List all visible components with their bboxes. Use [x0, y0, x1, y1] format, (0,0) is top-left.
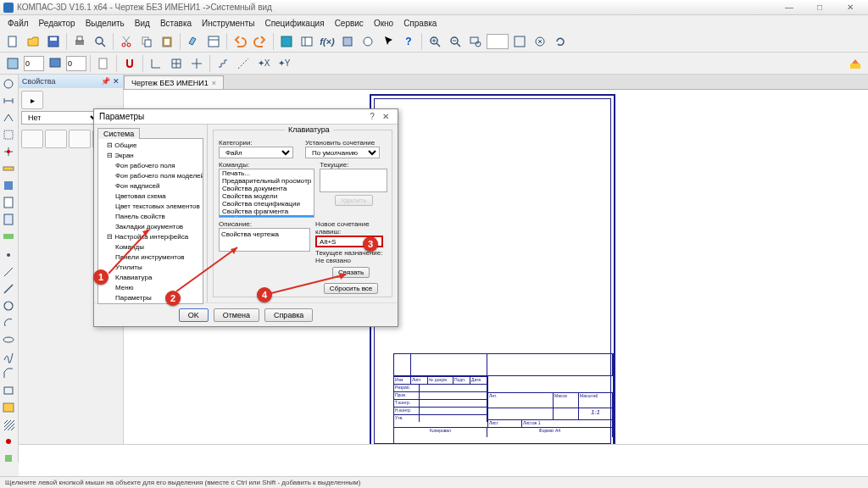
views-icon[interactable] [359, 32, 377, 51]
command-item[interactable]: Свойства чертежа [220, 215, 314, 218]
geometry-icon[interactable] [0, 76, 17, 92]
new-icon[interactable] [3, 32, 22, 51]
dialog-help-icon[interactable]: ? [365, 112, 379, 121]
edit-icon[interactable] [0, 127, 17, 142]
command-item[interactable]: Свойства документа [220, 185, 314, 192]
menu-tools[interactable]: Инструменты [198, 17, 259, 30]
tree-node[interactable]: Панель свойств [100, 212, 201, 222]
grid-icon[interactable] [167, 54, 186, 73]
color-icon[interactable] [846, 54, 865, 73]
menu-spec[interactable]: Спецификация [260, 17, 328, 30]
menu-service[interactable]: Сервис [331, 17, 368, 30]
select-tool-icon[interactable] [0, 178, 17, 193]
point-icon[interactable] [0, 247, 17, 263]
tree-node[interactable]: Цвет текстовых элементов [100, 202, 201, 212]
pb2[interactable] [45, 130, 67, 148]
undo-icon[interactable] [231, 32, 249, 51]
tree-node[interactable]: Фон рабочего поля [100, 161, 201, 171]
sheet-icon[interactable] [94, 54, 113, 73]
minimize-button[interactable]: — [775, 2, 804, 14]
tree-node[interactable]: Параметры [100, 293, 201, 303]
command-item[interactable]: Печать... [220, 169, 314, 177]
spec-tool-icon[interactable] [0, 195, 17, 210]
circle-tool-icon[interactable] [0, 298, 17, 313]
category-select[interactable]: Файл [219, 147, 293, 158]
ortho-icon[interactable] [147, 54, 165, 73]
tree-node[interactable]: Цветовая схема [100, 191, 201, 202]
print-icon[interactable] [70, 32, 89, 51]
set-combo-select[interactable]: По умолчанию [305, 147, 380, 158]
menu-edit[interactable]: Редактор [35, 17, 80, 30]
extra2-icon[interactable] [0, 451, 17, 466]
tree-node[interactable]: Фон надписей [100, 181, 201, 191]
redo-icon[interactable] [251, 32, 270, 51]
step-input[interactable] [24, 56, 44, 71]
command-item[interactable]: Свойства модели [220, 192, 314, 200]
tree-node[interactable]: Фон рабочего поля моделей [100, 171, 201, 181]
document-tab[interactable]: Чертеж БЕЗ ИМЕНИ1 × [124, 75, 224, 89]
pin-icon[interactable]: 📌 [101, 77, 110, 86]
panel-arrow-icon[interactable]: ▸ [21, 91, 43, 109]
pb3[interactable] [69, 130, 91, 148]
report-icon[interactable] [0, 212, 17, 227]
properties-dropdown[interactable]: Нет [21, 111, 102, 125]
zoom-prev-icon[interactable] [531, 32, 549, 51]
paste-icon[interactable] [158, 32, 176, 51]
coords-y-icon[interactable]: ✦Y [275, 54, 293, 73]
tree-node[interactable]: Размер значков [100, 303, 201, 304]
variables-icon[interactable] [298, 32, 316, 51]
cursor-icon[interactable] [379, 32, 398, 51]
manager-icon[interactable] [277, 32, 296, 51]
dimension-icon[interactable] [0, 93, 17, 108]
close-button[interactable]: ✕ [836, 2, 865, 14]
properties-icon[interactable] [204, 32, 223, 51]
tree-node[interactable]: ⊟ Общие [100, 141, 201, 151]
cancel-button[interactable]: Отмена [214, 308, 259, 322]
layer-icon[interactable] [46, 54, 64, 73]
delete-button[interactable]: Удалить [335, 195, 373, 206]
dialog-titlebar[interactable]: Параметры ? ✕ [94, 109, 398, 125]
segment-icon[interactable] [0, 281, 17, 297]
notation-icon[interactable] [0, 110, 17, 125]
system-tab[interactable]: Система [97, 128, 140, 139]
fx-icon[interactable]: f(×) [318, 32, 337, 51]
menu-view[interactable]: Вид [131, 17, 154, 30]
trace-icon[interactable] [214, 54, 232, 73]
spline-icon[interactable] [0, 349, 17, 364]
copy-icon[interactable] [137, 32, 156, 51]
chamfer-icon[interactable] [0, 366, 17, 381]
arc-icon[interactable] [0, 315, 17, 330]
zoom-fit-icon[interactable] [510, 32, 529, 51]
panel-close-icon[interactable]: ✕ [113, 77, 120, 86]
zoom-refresh-icon[interactable] [551, 32, 570, 51]
command-item[interactable]: Свойства спецификации [220, 200, 314, 208]
command-item[interactable]: Предварительный просмотр [220, 177, 314, 185]
menu-file[interactable]: Файл [3, 17, 33, 30]
axis-icon[interactable] [187, 54, 206, 73]
parametric-icon[interactable] [0, 144, 17, 159]
hatch-icon[interactable] [0, 417, 17, 432]
tree-node[interactable]: ⊟ Экран [100, 151, 201, 161]
menu-insert[interactable]: Вставка [156, 17, 196, 30]
maximize-button[interactable]: □ [805, 2, 834, 14]
help-button-footer[interactable]: Справка [264, 308, 313, 322]
open-icon[interactable] [24, 32, 42, 51]
help-icon[interactable]: ? [399, 32, 418, 51]
menu-select[interactable]: Выделить [81, 17, 129, 30]
command-item[interactable]: Свойства фрагмента [220, 208, 314, 215]
menu-help[interactable]: Справка [399, 17, 441, 30]
preview-icon[interactable] [91, 32, 109, 51]
ellipse-icon[interactable] [0, 332, 17, 347]
zoom-window-icon[interactable] [466, 32, 485, 51]
current-shortcuts-box[interactable] [320, 169, 387, 192]
format-painter-icon[interactable] [184, 32, 203, 51]
menu-window[interactable]: Окно [370, 17, 398, 30]
dialog-close-icon[interactable]: ✕ [379, 112, 392, 121]
commands-list[interactable]: Печать...Предварительный просмотрСвойств… [219, 169, 314, 218]
insert-tool-icon[interactable] [0, 229, 17, 244]
extra1-icon[interactable] [0, 434, 17, 449]
layer-input[interactable] [66, 56, 86, 71]
magnet-icon[interactable] [120, 54, 139, 73]
pb1[interactable] [21, 130, 43, 148]
rectangle-icon[interactable] [0, 383, 17, 398]
